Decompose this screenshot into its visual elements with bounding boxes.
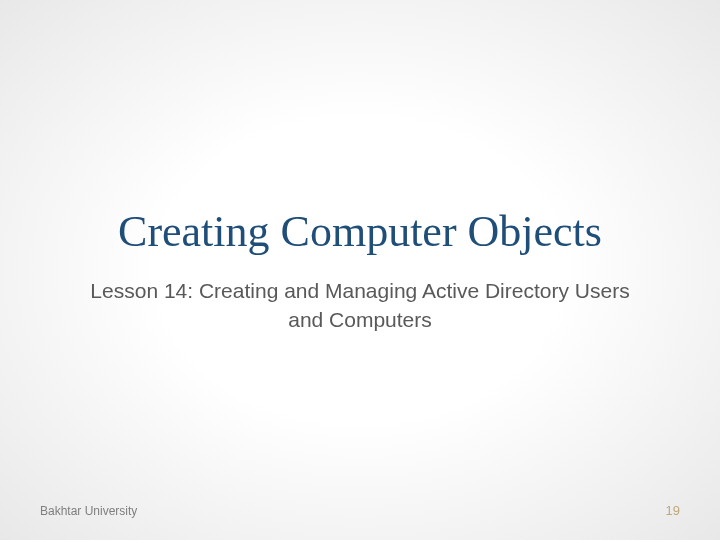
slide-subtitle: Lesson 14: Creating and Managing Active …: [80, 277, 640, 334]
slide-title: Creating Computer Objects: [118, 206, 602, 257]
footer-organization: Bakhtar University: [40, 504, 137, 518]
page-number: 19: [666, 503, 680, 518]
slide-body: Creating Computer Objects Lesson 14: Cre…: [0, 0, 720, 540]
